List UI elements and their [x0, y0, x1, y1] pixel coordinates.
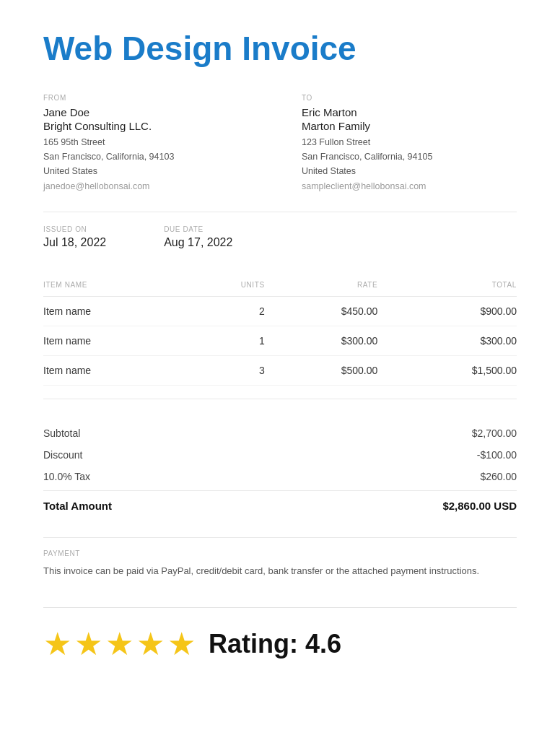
table-row: Item name 3 $500.00 $1,500.00 [43, 356, 517, 386]
items-table: ITEM NAME UNITS RATE TOTAL Item name 2 $… [43, 275, 517, 386]
totals-section: Subtotal $2,700.00 Discount -$100.00 10.… [43, 414, 517, 517]
star-icon: ★ [43, 628, 71, 660]
item-rate-cell: $450.00 [265, 297, 378, 326]
from-company: Bright Consulting LLC. [43, 120, 258, 132]
discount-label: Discount [43, 449, 82, 461]
invoice-title: Web Design Invoice [43, 29, 517, 68]
dates-section: ISSUED ON Jul 18, 2022 DUE DATE Aug 17, … [43, 225, 517, 249]
issued-on-block: ISSUED ON Jul 18, 2022 [43, 225, 106, 249]
from-email: janedoe@hellobonsai.com [43, 181, 258, 191]
from-address1: 165 95th Street [43, 135, 258, 149]
item-rate-cell: $500.00 [265, 356, 378, 386]
discount-value: -$100.00 [477, 449, 517, 461]
to-label: TO [302, 94, 517, 102]
star-icon: ★ [167, 628, 196, 660]
table-row: Item name 1 $300.00 $300.00 [43, 326, 517, 356]
stars-container: ★★★★★ [43, 628, 196, 660]
due-date-block: DUE DATE Aug 17, 2022 [164, 225, 232, 249]
to-address1: 123 Fullon Street [302, 135, 517, 149]
from-country: United States [43, 164, 258, 178]
col-header-total: TOTAL [377, 275, 517, 297]
subtotal-value: $2,700.00 [472, 427, 517, 439]
divider-1 [43, 212, 517, 212]
star-icon: ★ [74, 628, 102, 660]
to-name: Eric Marton [302, 106, 517, 118]
payment-section: PAYMENT This invoice can be paid via Pay… [43, 537, 517, 578]
item-units-cell: 3 [191, 356, 265, 386]
payment-text: This invoice can be paid via PayPal, cre… [43, 563, 517, 578]
item-total-cell: $900.00 [377, 297, 517, 326]
total-value: $2,860.00 USD [442, 500, 517, 512]
rating-label: Rating: 4.6 [209, 629, 341, 659]
to-country: United States [302, 164, 517, 178]
item-total-cell: $1,500.00 [377, 356, 517, 386]
divider-2 [43, 399, 517, 399]
star-icon: ★ [136, 628, 165, 660]
item-name-cell: Item name [43, 297, 191, 326]
to-block: TO Eric Marton Marton Family 123 Fullon … [258, 94, 517, 191]
to-address2: San Francisco, California, 94105 [302, 149, 517, 164]
rating-section: ★★★★★ Rating: 4.6 [43, 607, 517, 660]
table-row: Item name 2 $450.00 $900.00 [43, 297, 517, 326]
total-label: Total Amount [43, 500, 112, 512]
item-units-cell: 1 [191, 326, 265, 356]
issued-on-label: ISSUED ON [43, 225, 106, 233]
star-icon: ★ [105, 628, 134, 660]
total-row: Total Amount $2,860.00 USD [43, 490, 517, 517]
address-section: FROM Jane Doe Bright Consulting LLC. 165… [43, 94, 517, 191]
item-name-cell: Item name [43, 326, 191, 356]
subtotal-label: Subtotal [43, 427, 80, 439]
item-units-cell: 2 [191, 297, 265, 326]
to-company: Marton Family [302, 120, 517, 132]
issued-on-value: Jul 18, 2022 [43, 236, 106, 249]
subtotal-row: Subtotal $2,700.00 [43, 422, 517, 444]
col-header-rate: RATE [265, 275, 378, 297]
from-label: FROM [43, 94, 258, 102]
tax-label: 10.0% Tax [43, 471, 90, 482]
tax-row: 10.0% Tax $260.00 [43, 466, 517, 487]
due-date-value: Aug 17, 2022 [164, 236, 232, 249]
due-date-label: DUE DATE [164, 225, 232, 233]
discount-row: Discount -$100.00 [43, 444, 517, 466]
item-total-cell: $300.00 [377, 326, 517, 356]
tax-value: $260.00 [480, 471, 517, 482]
item-rate-cell: $300.00 [265, 326, 378, 356]
item-name-cell: Item name [43, 356, 191, 386]
from-address2: San Francisco, California, 94103 [43, 149, 258, 164]
payment-label: PAYMENT [43, 549, 517, 557]
col-header-units: UNITS [191, 275, 265, 297]
from-name: Jane Doe [43, 106, 258, 118]
col-header-item-name: ITEM NAME [43, 275, 191, 297]
to-email: sampleclient@hellobonsai.com [302, 181, 517, 191]
from-block: FROM Jane Doe Bright Consulting LLC. 165… [43, 94, 258, 191]
